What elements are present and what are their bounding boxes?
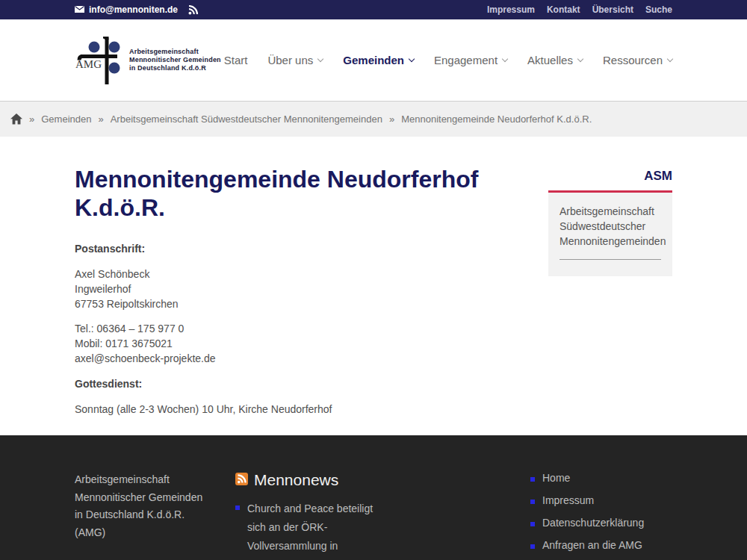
email-text: info@mennoniten.de [89,4,178,15]
nav-item-ressourcen[interactable]: Ressourcen [603,54,672,66]
main-nav: Start Über uns Gemeinden Engagement Aktu… [224,54,672,66]
rss-icon[interactable] [188,5,199,15]
site-header: AMG Arbeitsgemeinschaft Mennonitischer G… [0,19,747,101]
news-list: Church and Peace beteiligt sich an der Ö… [235,500,381,560]
chevron-down-icon [667,55,673,61]
main-content: Mennonitengemeinde Neudorferhof K.d.ö.R.… [0,137,747,435]
breadcrumb-current: Mennonitengemeinde Neudorferhof K.d.ö.R. [401,113,592,125]
topbar-link-impressum[interactable]: Impressum [487,4,535,15]
address-block: Axel Schönbeck Ingweilerhof 67753 Reipol… [75,267,523,311]
news-item: Church and Peace beteiligt sich an der Ö… [235,500,381,560]
chevron-down-icon [502,55,508,61]
sidebar: ASM Arbeitsgemeinschaft Südwestdeutscher… [548,165,672,426]
envelope-icon [75,4,84,15]
sidebar-link-asm[interactable]: Arbeitsgemeinschaft Südwestdeutscher Men… [560,204,661,260]
nav-item-engagement[interactable]: Engagement [434,54,507,66]
chevron-down-icon [317,55,323,61]
page-title: Mennonitengemeinde Neudorferhof K.d.ö.R. [75,165,523,222]
footer: Arbeitsgemeinschaft Mennonitischer Gemei… [0,435,747,560]
topbar-link-uebersicht[interactable]: Übersicht [592,4,633,15]
news-item-link[interactable]: Church and Peace beteiligt sich an der Ö… [247,503,373,560]
logo-org-name: Arbeitsgemeinschaft Mennonitischer Gemei… [129,48,221,72]
footer-about: Arbeitsgemeinschaft Mennonitischer Gemei… [75,471,213,560]
topbar: info@mennoniten.de Impressum Kontakt Übe… [0,0,747,19]
postal-label: Postanschrift: [75,243,523,255]
sidebar-widget-title: ASM [548,169,672,184]
chevron-down-icon [577,55,583,61]
service-label: Gottesdienst: [75,378,523,390]
breadcrumb-link-asm[interactable]: Arbeitsgemeinschaft Südwestdeutscher Men… [111,113,382,125]
footer-link-datenschutz: Datenschutzerklärung [530,516,672,529]
logo-acronym: AMG [75,58,102,70]
amg-cross-logo-icon: AMG [75,37,120,84]
breadcrumb-separator: » [98,113,103,125]
footer-link-anfragen: Anfragen an die AMG [530,538,672,552]
topbar-link-kontakt[interactable]: Kontakt [547,4,580,15]
sidebar-widget-box: Arbeitsgemeinschaft Südwestdeutscher Men… [548,193,672,276]
footer-links: Home Impressum Datenschutzerklärung Anfr… [530,471,672,560]
breadcrumb: » Gemeinden » Arbeitsgemeinschaft Südwes… [0,101,747,137]
chevron-down-icon [409,55,415,61]
mennonews-title[interactable]: Mennonews [254,471,338,489]
footer-news: Mennonews Church and Peace beteiligt sic… [235,471,381,560]
nav-item-ueber-uns[interactable]: Über uns [267,54,323,66]
breadcrumb-separator: » [29,113,34,125]
footer-link-home: Home [530,471,672,485]
nav-item-start[interactable]: Start [224,54,248,66]
topbar-links: Impressum Kontakt Übersicht Suche [487,4,672,15]
footer-spacer [403,471,508,560]
breadcrumb-separator: » [389,113,394,125]
breadcrumb-link-gemeinden[interactable]: Gemeinden [41,113,91,125]
logo[interactable]: AMG Arbeitsgemeinschaft Mennonitischer G… [75,37,221,84]
footer-link-impressum: Impressum [530,494,672,507]
nav-item-gemeinden[interactable]: Gemeinden [343,54,414,66]
home-icon[interactable] [10,113,22,125]
rss-feed-icon[interactable] [235,471,248,489]
contact-block: Tel.: 06364 – 175 977 0 Mobil: 0171 3675… [75,321,523,366]
topbar-link-suche[interactable]: Suche [645,4,672,15]
email-link[interactable]: info@mennoniten.de [75,4,178,15]
nav-item-aktuelles[interactable]: Aktuelles [527,54,583,66]
service-text: Sonntag (alle 2-3 Wochen) 10 Uhr, Kirche… [75,402,523,417]
contact-email: axel@schoenbeck-projekte.de [75,352,216,364]
